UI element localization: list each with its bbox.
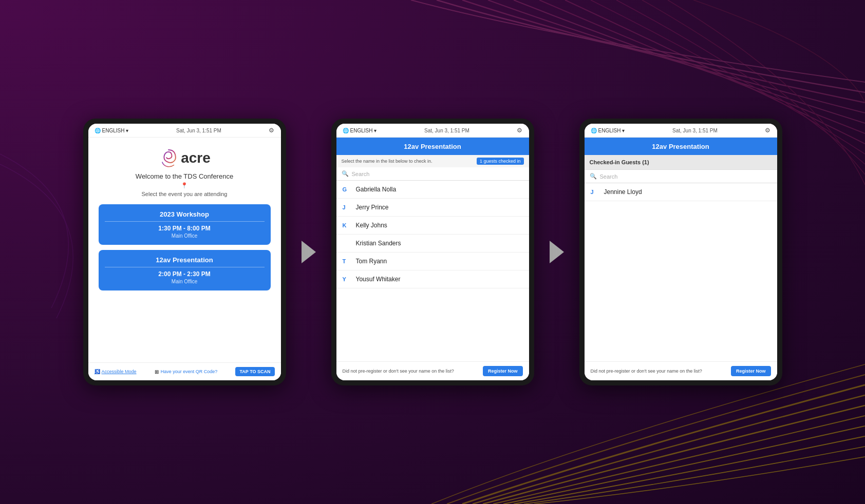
language-label-2: ENGLISH	[350, 128, 373, 133]
datetime-3: Sat, Jun 3, 1:51 PM	[672, 128, 718, 133]
screen2-info-bar: Select the name in the list below to che…	[336, 155, 529, 167]
event-card-workshop-title: 2023 Workshop	[105, 210, 265, 218]
screen2-header-title: 12av Presentation	[404, 143, 461, 150]
arrow-2	[550, 241, 564, 263]
event-card-workshop[interactable]: 2023 Workshop 1:30 PM - 8:00 PM Main Off…	[99, 204, 271, 245]
gear-icon-1[interactable]: ⚙	[269, 127, 274, 134]
screen3-footer: Did not pre-register or don't see your n…	[585, 361, 777, 380]
screen2-register-button[interactable]: Register Now	[483, 366, 523, 376]
guest-name-kelly: Kelly Johns	[356, 222, 387, 229]
event-card-presentation-time: 2:00 PM - 2:30 PM	[105, 270, 265, 278]
guest-item-kelly[interactable]: K Kelly Johns	[336, 217, 529, 235]
guest-item-tom[interactable]: T Tom Ryann	[336, 253, 529, 270]
guest-name-yousuf: Yousuf Whitaker	[356, 276, 401, 283]
screen3-search-bar[interactable]: 🔍 Search	[585, 170, 777, 183]
qr-grid-icon: ⊞	[155, 369, 159, 375]
globe-icon-3: 🌐	[591, 128, 597, 133]
accessible-mode-link[interactable]: ♿ Accessible Mode	[95, 369, 137, 374]
tablet-1-topbar: 🌐 ENGLISH ▾ Sat, Jun 3, 1:51 PM ⚙	[88, 124, 281, 138]
tablet-1-screen: 🌐 ENGLISH ▾ Sat, Jun 3, 1:51 PM ⚙	[88, 124, 281, 380]
guest-name-gabriella: Gabriella Nolla	[356, 186, 397, 193]
guest-name-tom: Tom Ryann	[356, 258, 387, 265]
acre-logo-icon	[158, 148, 179, 168]
tablet-2-topbar: 🌐 ENGLISH ▾ Sat, Jun 3, 1:51 PM ⚙	[336, 124, 529, 138]
language-selector-3[interactable]: 🌐 ENGLISH ▾	[591, 128, 625, 133]
event-card-divider-1	[105, 221, 265, 222]
screen2-footer: Did not pre-register or don't see your n…	[336, 361, 529, 380]
event-card-divider-2	[105, 267, 265, 267]
logo-text: acre	[181, 150, 211, 166]
gear-icon-2[interactable]: ⚙	[517, 127, 522, 134]
chevron-down-icon-3: ▾	[622, 128, 625, 133]
search-icon-2: 🔍	[342, 170, 349, 177]
guest-item-gabriella[interactable]: G Gabriella Nolla	[336, 181, 529, 199]
welcome-text: Welcome to the TDS Conference	[136, 172, 233, 180]
guest-name-jerry: Jerry Prince	[356, 204, 389, 211]
guest-letter-j1: J	[343, 204, 352, 210]
datetime-2: Sat, Jun 3, 1:51 PM	[424, 128, 469, 133]
screen3-guest-list: J Jennine Lloyd	[585, 183, 777, 361]
topbar-right-1: ⚙	[269, 127, 274, 134]
event-card-workshop-time: 1:30 PM - 8:00 PM	[105, 225, 265, 232]
topbar-right-3: ⚙	[765, 127, 770, 134]
guest-letter-g: G	[343, 186, 352, 192]
guest-letter-y: Y	[343, 276, 352, 282]
event-card-presentation[interactable]: 12av Presentation 2:00 PM - 2:30 PM Main…	[99, 250, 271, 290]
screen3-header: 12av Presentation	[585, 138, 777, 155]
screen2-header: 12av Presentation	[336, 138, 529, 155]
language-label-1: ENGLISH	[102, 128, 125, 133]
tap-to-scan-button[interactable]: TAP TO SCAN	[235, 367, 274, 376]
guest-letter-t: T	[343, 258, 352, 264]
search-icon-3: 🔍	[590, 173, 597, 180]
chevron-down-icon-1: ▾	[126, 128, 128, 133]
event-card-presentation-title: 12av Presentation	[105, 256, 265, 264]
topbar-right-2: ⚙	[517, 127, 522, 134]
guest-name-jennine: Jennine Lloyd	[604, 188, 642, 196]
gear-icon-3[interactable]: ⚙	[765, 127, 770, 134]
logo: acre	[158, 148, 211, 168]
screen2-footer-text: Did not pre-register or don't see your n…	[343, 369, 454, 374]
guest-item-kristian[interactable]: Kristian Sanders	[336, 235, 529, 253]
tablet-1: 🌐 ENGLISH ▾ Sat, Jun 3, 1:51 PM ⚙	[83, 119, 286, 385]
guest-item-jennine[interactable]: J Jennine Lloyd	[585, 183, 777, 201]
globe-icon-1: 🌐	[95, 128, 101, 133]
guest-item-jerry[interactable]: J Jerry Prince	[336, 199, 529, 217]
screen3-footer-text: Did not pre-register or don't see your n…	[591, 369, 702, 374]
guest-letter-k: K	[343, 222, 352, 228]
tablet-2-screen: 🌐 ENGLISH ▾ Sat, Jun 3, 1:51 PM ⚙ 12av P…	[336, 124, 529, 380]
checkedin-header: Checked-in Guests (1)	[585, 155, 777, 170]
select-event-text: Select the event you are attending	[142, 191, 228, 197]
accessible-mode-label: Accessible Mode	[102, 369, 137, 374]
guest-letter-j2: J	[591, 189, 600, 195]
datetime-1: Sat, Jun 3, 1:51 PM	[176, 128, 221, 133]
guest-name-kristian: Kristian Sanders	[356, 240, 401, 247]
tablet-3-screen: 🌐 ENGLISH ▾ Sat, Jun 3, 1:51 PM ⚙ 12av P…	[585, 124, 777, 380]
screen3-register-button[interactable]: Register Now	[731, 366, 771, 376]
language-selector-2[interactable]: 🌐 ENGLISH ▾	[343, 128, 377, 133]
qr-section: ⊞ Have your event QR Code?	[155, 369, 218, 375]
scene: 🌐 ENGLISH ▾ Sat, Jun 3, 1:51 PM ⚙	[83, 119, 782, 385]
chevron-down-icon-2: ▾	[374, 128, 377, 133]
screen2-search-input[interactable]: Search	[352, 171, 370, 177]
language-selector-1[interactable]: 🌐 ENGLISH ▾	[95, 128, 129, 133]
screen1-content: acre Welcome to the TDS Conference 📍 Sel…	[88, 138, 281, 362]
qr-link-text[interactable]: Have your event QR Code?	[161, 369, 218, 374]
language-label-3: ENGLISH	[598, 128, 621, 133]
guest-item-yousuf[interactable]: Y Yousuf Whitaker	[336, 270, 529, 288]
screen2-checked-badge: 1 guests checked in	[477, 158, 524, 165]
tablet-2: 🌐 ENGLISH ▾ Sat, Jun 3, 1:51 PM ⚙ 12av P…	[331, 119, 534, 385]
event-card-workshop-location: Main Office	[105, 233, 265, 239]
globe-icon-2: 🌐	[343, 128, 349, 133]
arrow-1	[302, 241, 316, 263]
location-row: 📍	[181, 182, 188, 189]
tablet-3: 🌐 ENGLISH ▾ Sat, Jun 3, 1:51 PM ⚙ 12av P…	[579, 119, 782, 385]
screen1-footer: ♿ Accessible Mode ⊞ Have your event QR C…	[88, 362, 281, 380]
logo-area: acre	[158, 148, 211, 168]
screen2-search-bar[interactable]: 🔍 Search	[336, 167, 529, 181]
tablet-3-topbar: 🌐 ENGLISH ▾ Sat, Jun 3, 1:51 PM ⚙	[585, 124, 777, 138]
accessible-icon: ♿	[95, 369, 100, 374]
screen2-info-text: Select the name in the list below to che…	[342, 159, 432, 164]
event-card-presentation-location: Main Office	[105, 279, 265, 284]
screen3-search-input[interactable]: Search	[600, 173, 618, 180]
screen3-header-title: 12av Presentation	[652, 143, 709, 150]
